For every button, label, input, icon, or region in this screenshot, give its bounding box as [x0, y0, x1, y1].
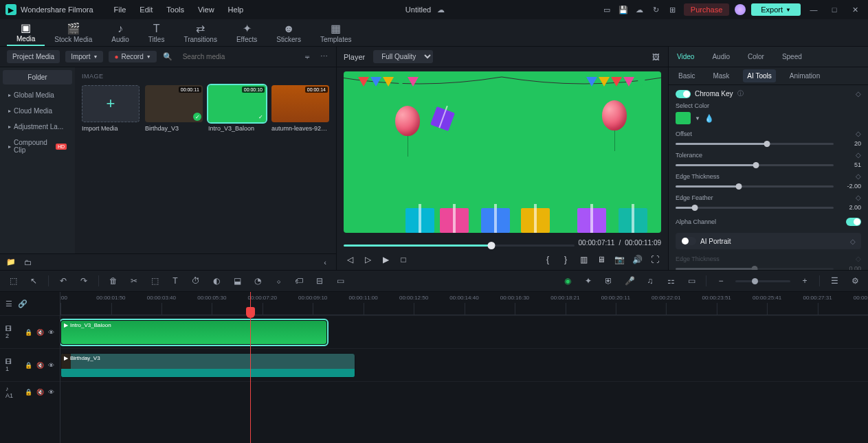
tab-audio[interactable]: ♪Audio [102, 19, 139, 46]
media-thumb[interactable]: +Import Media [82, 85, 140, 132]
slider-tolerance[interactable] [676, 164, 834, 166]
import-dropdown[interactable]: Import▼ [65, 51, 103, 63]
sidebar-item[interactable]: ▸Global Media [3, 87, 72, 103]
speed-icon[interactable]: ⏱ [190, 275, 202, 287]
lock-icon[interactable]: 🔒 [25, 389, 32, 396]
zoom-slider[interactable] [735, 280, 790, 282]
keyframe-icon[interactable]: ◇ [856, 130, 861, 137]
zoom-in-icon[interactable]: + [799, 275, 811, 287]
menu-help[interactable]: Help [221, 5, 251, 14]
visibility-icon[interactable]: 👁 [48, 389, 54, 396]
sidebar-item[interactable]: ▸Compound ClipHD [3, 135, 72, 158]
minimize-button[interactable]: — [806, 2, 821, 17]
timeline-clip[interactable]: ▶Birthday_V3 [60, 353, 355, 378]
maximize-button[interactable]: □ [827, 2, 842, 17]
apps-icon[interactable]: ⊞ [667, 4, 678, 15]
layout-icon[interactable]: ▭ [601, 4, 612, 15]
pointer-icon[interactable]: ↖ [27, 275, 40, 287]
cloud-sync-icon[interactable]: ☁ [435, 4, 446, 15]
keyframe-tool-icon[interactable]: ⬦ [272, 275, 285, 287]
cloud-icon[interactable]: ☁ [634, 4, 645, 15]
more-icon[interactable]: ⋯ [318, 52, 329, 63]
menu-file[interactable]: File [107, 5, 133, 14]
quality-select[interactable]: Full Quality [373, 50, 433, 63]
lock-icon[interactable]: 🔒 [25, 362, 32, 369]
save-icon[interactable]: 💾 [618, 4, 629, 15]
settings-icon[interactable]: ⚙ [849, 275, 861, 287]
keyframe-icon[interactable]: ◇ [856, 172, 861, 180]
prop-tab-color[interactable]: Color [745, 49, 767, 65]
prop-tab-speed[interactable]: Speed [779, 49, 805, 65]
undo-icon[interactable]: ↶ [57, 275, 69, 287]
folder-header[interactable]: Folder [3, 70, 72, 84]
menu-edit[interactable]: Edit [133, 5, 159, 14]
delete-icon[interactable]: 🗑 [107, 275, 120, 287]
search-media-input[interactable] [179, 51, 296, 63]
track-header[interactable]: 🎞 2🔒🔇👁 [0, 315, 60, 348]
prop-tab-audio[interactable]: Audio [709, 49, 733, 65]
slider-edge-thickness[interactable] [676, 268, 834, 270]
sidebar-item[interactable]: ▸Cloud Media [3, 103, 72, 119]
folder-icon[interactable]: 🗀 [22, 257, 33, 268]
timeline-clip[interactable]: ▶Intro_V3_Baloon [60, 320, 327, 345]
link-icon[interactable]: 🔗 [18, 299, 27, 308]
slider-offset[interactable] [676, 143, 834, 145]
preview-scrubber[interactable] [344, 245, 575, 247]
group-icon[interactable]: ⊟ [313, 275, 326, 287]
redo-icon[interactable]: ↷ [78, 275, 90, 287]
timeline-ruler[interactable]: 00:0000:00:01:5000:00:03:4000:00:05:3000… [60, 292, 868, 315]
mic-icon[interactable]: 🎤 [623, 275, 636, 287]
shield-icon[interactable]: ⛨ [603, 275, 615, 287]
tab-effects[interactable]: ✦Effects [227, 19, 267, 46]
prev-frame-button[interactable]: ◁ [344, 253, 356, 266]
filter-icon[interactable]: ⫧ [302, 52, 313, 63]
track-row[interactable]: ▶Intro_V3_Baloon [60, 315, 868, 348]
render-icon[interactable]: ▭ [334, 275, 346, 287]
stop-button[interactable]: □ [397, 253, 410, 266]
close-button[interactable]: ✕ [847, 2, 863, 17]
visibility-icon[interactable]: 👁 [48, 362, 54, 369]
collapse-sidebar-icon[interactable]: ‹ [320, 257, 331, 268]
screen-icon[interactable]: ▭ [685, 275, 698, 287]
tab-titles[interactable]: TTitles [139, 19, 175, 46]
gear-icon[interactable]: ✦ [582, 275, 594, 287]
menu-view[interactable]: View [191, 5, 221, 14]
chroma-key-toggle[interactable] [676, 90, 691, 98]
split-icon[interactable]: ✂ [128, 275, 140, 287]
tag-icon[interactable]: 🏷 [293, 275, 305, 287]
adjust-icon[interactable]: ⬓ [231, 275, 243, 287]
media-thumb[interactable]: 00:00:10✓Intro_V3_Baloon [208, 85, 266, 132]
user-avatar[interactable] [735, 4, 746, 15]
text-icon[interactable]: T [169, 275, 181, 287]
tab-stickers[interactable]: ☻Stickers [267, 19, 311, 46]
marker-icon[interactable]: ◔ [252, 275, 264, 287]
volume-icon[interactable]: 🔊 [631, 253, 643, 266]
keyframe-icon[interactable]: ◇ [850, 238, 856, 245]
snapshot-icon[interactable]: 🖼 [650, 52, 661, 63]
mute-icon[interactable]: 🔇 [36, 389, 44, 396]
playhead[interactable] [250, 292, 251, 443]
video-preview[interactable] [344, 71, 661, 233]
prop-tab-video[interactable]: Video [674, 49, 697, 65]
crop-icon[interactable]: ⬚ [148, 275, 161, 287]
prop-subtab-ai-tools[interactable]: AI Tools [743, 69, 775, 82]
purchase-button[interactable]: Purchase [684, 3, 729, 16]
record-indicator-icon[interactable]: ◉ [561, 275, 574, 287]
music-icon[interactable]: ♫ [644, 275, 656, 287]
export-button[interactable]: Export▼ [751, 3, 801, 16]
keyframe-icon[interactable]: ◇ [856, 90, 861, 98]
media-thumb[interactable]: 00:00:11✓Birthday_V3 [145, 85, 203, 132]
slider-edge-thickness[interactable] [676, 185, 834, 188]
display-icon[interactable]: 🖥 [595, 253, 608, 266]
play-button[interactable]: ▷ [361, 253, 374, 266]
sidebar-item[interactable]: ▸Adjustment La... [3, 119, 72, 135]
record-dropdown[interactable]: ●Record▼ [109, 51, 156, 63]
visibility-icon[interactable]: 👁 [48, 329, 54, 336]
lock-icon[interactable]: 🔒 [25, 329, 32, 336]
color-icon[interactable]: ◐ [210, 275, 223, 287]
tab-media[interactable]: ▣Media [7, 19, 45, 46]
project-media-tab[interactable]: Project Media [7, 50, 60, 63]
media-thumb[interactable]: 00:00:14autumn-leaves-92681 [271, 85, 329, 132]
fullscreen-icon[interactable]: ⛶ [649, 253, 661, 266]
track-header[interactable]: ♪ A1🔒🔇👁 [0, 381, 60, 402]
